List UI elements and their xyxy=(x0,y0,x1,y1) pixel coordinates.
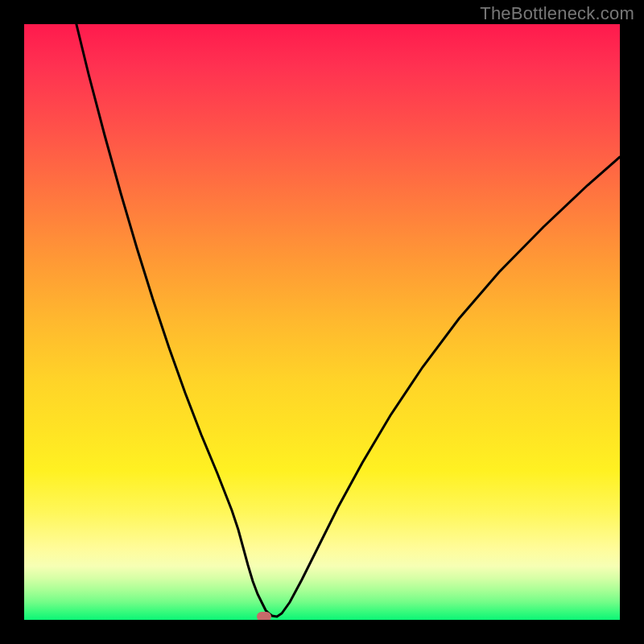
chart-frame: TheBottleneck.com xyxy=(0,0,644,644)
optimum-marker xyxy=(257,612,271,620)
curve-svg xyxy=(24,24,620,620)
plot-area xyxy=(24,24,620,620)
attribution-text: TheBottleneck.com xyxy=(480,3,634,24)
bottleneck-curve-path xyxy=(72,24,620,617)
